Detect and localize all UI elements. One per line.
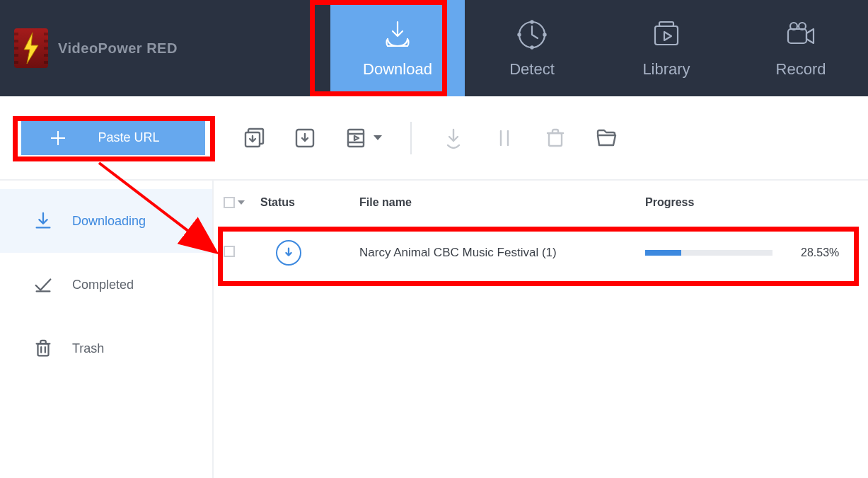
single-download-icon[interactable] xyxy=(291,125,318,152)
tab-download-label: Download xyxy=(363,60,432,79)
convert-dropdown[interactable] xyxy=(342,125,382,152)
sidebar-item-downloading[interactable]: Downloading xyxy=(0,189,212,253)
svg-marker-0 xyxy=(24,33,38,64)
svg-rect-7 xyxy=(659,22,673,26)
table-header: Status File name Progress xyxy=(214,181,868,224)
row-checkbox[interactable] xyxy=(224,246,260,260)
plus-icon xyxy=(51,131,65,145)
sidebar-item-completed[interactable]: Completed xyxy=(0,253,212,317)
video-file-icon xyxy=(342,125,369,152)
trash-icon xyxy=(33,338,54,359)
svg-marker-15 xyxy=(354,136,359,140)
content: Downloading Completed Trash Status File … xyxy=(0,181,868,478)
table-row[interactable]: Narcy Animal CBC Music Festival (1) 28.5… xyxy=(214,224,868,281)
cell-filename: Narcy Animal CBC Music Festival (1) xyxy=(359,246,557,259)
chevron-down-icon xyxy=(238,200,245,205)
tab-detect-label: Detect xyxy=(509,60,555,79)
open-folder-icon[interactable] xyxy=(593,125,620,152)
paste-url-button[interactable]: Paste URL xyxy=(21,121,205,155)
svg-rect-9 xyxy=(788,29,806,43)
bolt-icon xyxy=(23,33,40,64)
svg-rect-14 xyxy=(348,130,364,147)
toolbar-icons xyxy=(241,122,620,154)
downloading-icon xyxy=(33,210,54,232)
chevron-down-icon xyxy=(374,135,382,140)
status-downloading-icon xyxy=(276,240,301,266)
divider xyxy=(410,122,412,154)
main-panel: Status File name Progress Narcy Animal C… xyxy=(214,181,868,478)
library-icon xyxy=(649,18,683,52)
select-all-checkbox[interactable] xyxy=(224,197,260,208)
downloads-table: Status File name Progress Narcy Animal C… xyxy=(214,181,868,281)
sidebar-item-label: Completed xyxy=(72,278,134,292)
download-icon xyxy=(381,18,415,52)
progress-bar xyxy=(645,250,772,256)
brand: VideoPower RED xyxy=(0,0,297,96)
checkbox-icon xyxy=(224,197,235,208)
app-header: VideoPower RED Download Detect Library R… xyxy=(0,0,868,96)
tab-record[interactable]: Record xyxy=(734,0,868,96)
completed-icon xyxy=(33,274,54,295)
header-tabs: Download Detect Library Record xyxy=(330,0,868,96)
app-logo xyxy=(14,28,48,68)
app-title: VideoPower RED xyxy=(58,40,178,57)
svg-rect-19 xyxy=(38,343,49,355)
svg-marker-8 xyxy=(664,32,671,40)
tab-library[interactable]: Library xyxy=(599,0,734,96)
tab-library-label: Library xyxy=(642,60,690,79)
svg-rect-6 xyxy=(655,26,678,45)
tab-record-label: Record xyxy=(776,60,826,79)
sidebar-item-trash[interactable]: Trash xyxy=(0,317,212,380)
col-header-progress[interactable]: Progress xyxy=(645,196,843,209)
toolbar: Paste URL xyxy=(0,96,868,181)
paste-url-label: Paste URL xyxy=(98,130,159,145)
progress-fill xyxy=(645,250,681,256)
progress-cell: 28.53% xyxy=(645,246,857,259)
progress-percent: 28.53% xyxy=(801,246,839,259)
col-header-status[interactable]: Status xyxy=(260,196,359,209)
detect-icon xyxy=(515,18,549,52)
sidebar-item-label: Downloading xyxy=(72,214,146,229)
batch-download-icon[interactable] xyxy=(241,125,267,152)
download-action-icon[interactable] xyxy=(440,125,467,152)
sidebar: Downloading Completed Trash xyxy=(0,181,214,478)
col-header-filename[interactable]: File name xyxy=(359,196,645,209)
record-icon xyxy=(784,18,818,52)
delete-icon[interactable] xyxy=(542,125,569,152)
tab-detect[interactable]: Detect xyxy=(465,0,599,96)
svg-rect-18 xyxy=(549,133,562,146)
tab-download[interactable]: Download xyxy=(330,0,465,96)
pause-icon[interactable] xyxy=(491,125,518,152)
sidebar-item-label: Trash xyxy=(72,341,104,356)
checkbox-icon xyxy=(224,246,235,257)
